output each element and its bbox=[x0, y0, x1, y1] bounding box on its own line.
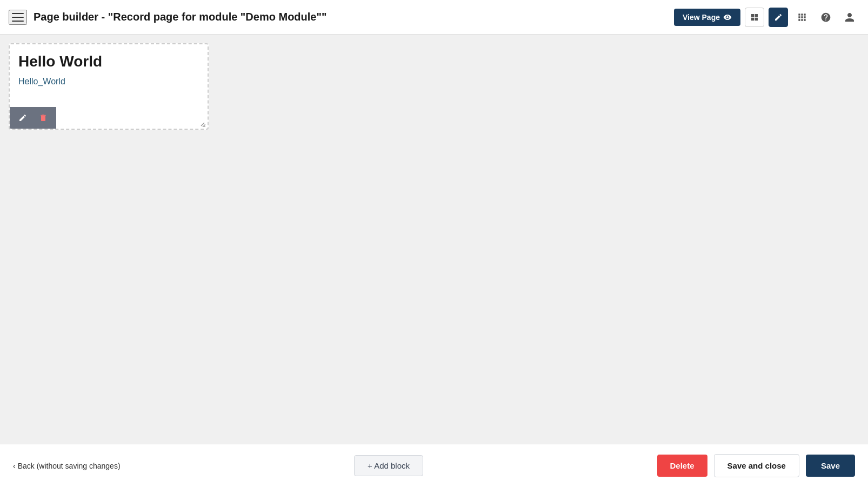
hello-world-block: Hello World Hello_World bbox=[9, 43, 209, 130]
resize-handle[interactable] bbox=[200, 121, 205, 126]
add-block-label: + Add block bbox=[368, 461, 410, 470]
eye-icon bbox=[723, 13, 732, 22]
save-button[interactable]: Save bbox=[806, 455, 855, 477]
back-chevron-icon: ‹ bbox=[13, 462, 16, 470]
edit-icon bbox=[774, 13, 783, 22]
page-canvas: Hello World Hello_World bbox=[0, 35, 868, 444]
header-actions: View Page bbox=[674, 8, 859, 27]
add-block-button[interactable]: + Add block bbox=[354, 455, 423, 476]
help-button[interactable] bbox=[816, 8, 836, 27]
view-page-button[interactable]: View Page bbox=[674, 9, 740, 26]
header: Page builder - "Record page for module "… bbox=[0, 0, 868, 35]
back-button[interactable]: ‹ Back (without saving changes) bbox=[13, 462, 121, 470]
user-icon bbox=[844, 12, 855, 23]
block-delete-button[interactable] bbox=[36, 110, 51, 125]
save-label: Save bbox=[821, 461, 840, 470]
user-account-button[interactable] bbox=[840, 8, 859, 27]
help-icon bbox=[820, 12, 831, 23]
view-page-label: View Page bbox=[683, 13, 720, 22]
save-close-label: Save and close bbox=[727, 461, 786, 470]
page-title: Page builder - "Record page for module "… bbox=[34, 11, 667, 23]
menu-toggle-button[interactable] bbox=[9, 10, 27, 25]
apps-grid-button[interactable] bbox=[792, 8, 812, 27]
block-subtitle: Hello_World bbox=[18, 77, 199, 86]
block-title: Hello World bbox=[18, 53, 199, 70]
edit-block-icon bbox=[18, 114, 27, 122]
save-close-button[interactable]: Save and close bbox=[714, 454, 799, 477]
block-edit-button[interactable] bbox=[15, 110, 30, 125]
delete-label: Delete bbox=[670, 461, 695, 470]
edit-mode-button[interactable] bbox=[769, 8, 788, 27]
block-content: Hello World Hello_World bbox=[10, 44, 208, 95]
layout-icon bbox=[750, 13, 759, 22]
footer-center: + Add block bbox=[121, 455, 657, 476]
delete-button[interactable]: Delete bbox=[657, 455, 707, 477]
trash-icon bbox=[39, 114, 48, 122]
grid-icon bbox=[797, 12, 807, 23]
layout-toggle-button[interactable] bbox=[745, 8, 764, 27]
footer: ‹ Back (without saving changes) + Add bl… bbox=[0, 444, 868, 487]
back-label: Back (without saving changes) bbox=[18, 462, 121, 470]
block-toolbar bbox=[10, 107, 56, 129]
footer-right: Delete Save and close Save bbox=[657, 454, 855, 477]
resize-icon bbox=[200, 122, 205, 127]
